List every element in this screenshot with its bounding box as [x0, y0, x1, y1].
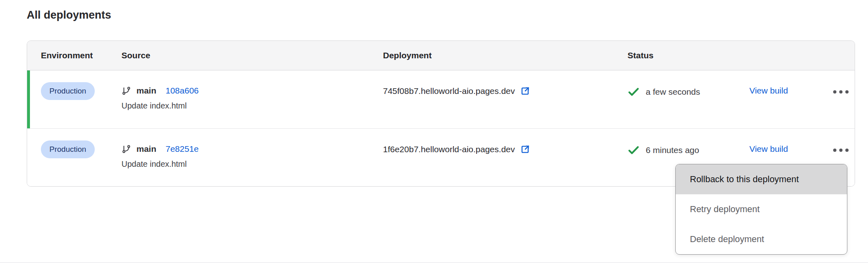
environment-badge: Production: [41, 82, 95, 100]
table-header-row: Environment Source Deployment Status: [27, 41, 855, 70]
column-header-status: Status: [628, 51, 749, 60]
column-header-source: Source: [121, 51, 383, 60]
menu-item-delete[interactable]: Delete deployment: [676, 224, 847, 254]
table-row: Production main 108a606 Update index.htm…: [27, 70, 855, 128]
environment-badge: Production: [41, 140, 95, 158]
git-branch-icon: [121, 86, 131, 96]
status-time: a few seconds: [646, 87, 700, 97]
external-link-icon[interactable]: [520, 144, 530, 155]
branch-name: main: [136, 86, 156, 96]
deployment-url: 745f08b7.helloworld-aio.pages.dev: [383, 86, 515, 96]
page-bottom-divider: [0, 262, 868, 263]
deployment-context-menu: Rollback to this deployment Retry deploy…: [675, 164, 847, 255]
check-icon: [628, 86, 640, 98]
menu-item-rollback[interactable]: Rollback to this deployment: [676, 164, 847, 194]
view-build-link[interactable]: View build: [749, 86, 788, 95]
commit-message: Update index.html: [121, 160, 383, 169]
column-header-environment: Environment: [27, 51, 121, 60]
git-branch-icon: [121, 144, 131, 154]
deployment-url: 1f6e20b7.helloworld-aio.pages.dev: [383, 145, 515, 154]
check-icon: [628, 144, 640, 156]
view-build-link[interactable]: View build: [749, 144, 788, 153]
commit-link[interactable]: 7e8251e: [166, 144, 199, 154]
commit-message: Update index.html: [121, 101, 383, 111]
menu-item-retry[interactable]: Retry deployment: [676, 194, 847, 224]
branch-name: main: [136, 144, 156, 154]
status-time: 6 minutes ago: [646, 145, 699, 155]
page-title: All deployments: [27, 9, 111, 21]
column-header-deployment: Deployment: [383, 51, 628, 60]
ellipsis-icon[interactable]: [832, 145, 850, 156]
external-link-icon[interactable]: [520, 86, 530, 96]
ellipsis-icon[interactable]: [832, 86, 850, 98]
commit-link[interactable]: 108a606: [166, 86, 199, 96]
